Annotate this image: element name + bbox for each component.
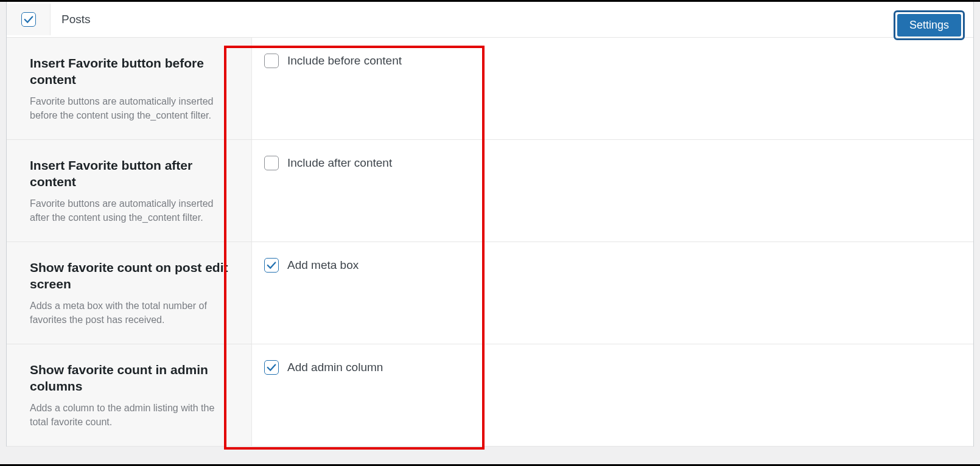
settings-panel: Posts Settings Insert Favorite button be… <box>6 2 974 447</box>
row-title: Insert Favorite button before content <box>30 55 233 88</box>
row-control: Add meta box <box>252 242 973 344</box>
add-meta-box-checkbox[interactable] <box>264 258 279 273</box>
setting-row-after-content: Insert Favorite button after content Fav… <box>7 140 973 242</box>
row-control: Include before content <box>252 38 973 139</box>
checkbox-option: Add admin column <box>264 360 961 375</box>
setting-row-before-content: Insert Favorite button before content Fa… <box>7 38 973 140</box>
checkbox-label: Include before content <box>287 54 402 68</box>
checkbox-option: Include before content <box>264 54 961 68</box>
include-after-checkbox[interactable] <box>264 156 279 170</box>
row-info: Show favorite count in admin columns Add… <box>7 344 252 446</box>
setting-row-meta-box: Show favorite count on post edit screen … <box>7 242 973 344</box>
row-title: Insert Favorite button after content <box>30 157 233 190</box>
section-checkbox-wrap <box>7 4 51 35</box>
row-description: Adds a meta box with the total number of… <box>30 299 233 327</box>
row-info: Insert Favorite button after content Fav… <box>7 140 252 242</box>
row-title: Show favorite count in admin columns <box>30 361 233 395</box>
row-control: Add admin column <box>252 344 973 446</box>
include-before-checkbox[interactable] <box>264 54 279 68</box>
row-description: Adds a column to the admin listing with … <box>30 401 233 429</box>
checkbox-label: Include after content <box>287 156 392 170</box>
checkbox-label: Add admin column <box>287 361 383 374</box>
checkbox-label: Add meta box <box>287 259 359 272</box>
row-title: Show favorite count on post edit screen <box>30 259 233 293</box>
setting-row-admin-column: Show favorite count in admin columns Add… <box>7 344 973 447</box>
section-header: Posts Settings <box>7 2 973 38</box>
section-title: Posts <box>61 13 91 26</box>
row-info: Insert Favorite button before content Fa… <box>7 38 252 139</box>
row-info: Show favorite count on post edit screen … <box>7 242 252 344</box>
posts-section-checkbox[interactable] <box>21 12 36 27</box>
settings-button-highlight: Settings <box>894 10 965 40</box>
row-description: Favorite buttons are automatically inser… <box>30 196 233 224</box>
checkbox-option: Add meta box <box>264 258 961 273</box>
add-admin-column-checkbox[interactable] <box>264 360 279 375</box>
row-description: Favorite buttons are automatically inser… <box>30 94 233 122</box>
checkbox-option: Include after content <box>264 156 961 170</box>
settings-button[interactable]: Settings <box>897 14 961 37</box>
row-control: Include after content <box>252 140 973 242</box>
